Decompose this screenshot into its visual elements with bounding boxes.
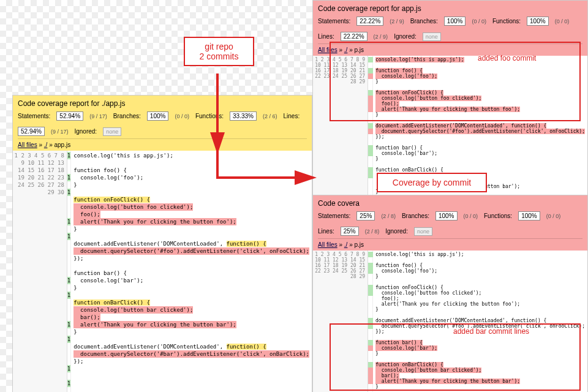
breadcrumb: All files » ./ » p.js xyxy=(318,43,582,53)
breadcrumb: All files » ./ » p.js xyxy=(318,238,582,248)
stats-row: Statements: 22.22% (2 / 9) Branches: 100… xyxy=(318,17,582,41)
report-title: Code coverage report for ./app.js xyxy=(18,99,307,108)
stat-lines-sub: (9 / 17) xyxy=(51,129,69,135)
coverage-header: Code coverage report for ./app.js Statem… xyxy=(13,96,312,151)
code-listing: 1 2 3 4 5 6 7 8 9 10 11 12 13 14 15 16 1… xyxy=(313,251,587,392)
stats-row: Statements: 52.94% (9 / 17) Branches: 10… xyxy=(18,111,307,136)
stat-ignored-label: Ignored: xyxy=(74,128,97,135)
coverage-header: Code coverage report for app.js Statemen… xyxy=(313,1,587,56)
stat-statements-val: 52.94% xyxy=(56,111,83,121)
stat-lines-val: 52.94% xyxy=(18,127,45,136)
code-listing: 1 2 3 4 5 6 7 8 9 10 11 12 13 14 15 16 1… xyxy=(13,151,312,392)
crumb-allfiles[interactable]: All files xyxy=(18,141,37,148)
stat-statements-sub: (9 / 17) xyxy=(89,113,107,119)
stats-row: Statements: 25% (2 / 8) Branches: 100% (… xyxy=(318,211,582,236)
crumb-allfiles[interactable]: All files xyxy=(318,47,337,53)
coverage-panel-main: Code coverage report for ./app.js Statem… xyxy=(12,95,312,392)
callout-git-repo: git repo 2 commits xyxy=(184,37,254,66)
report-title: Code covera xyxy=(318,199,582,208)
crumb-file: p.js xyxy=(355,241,364,248)
report-title: Code coverage report for app.js xyxy=(318,4,582,13)
stat-lines-label: Lines: xyxy=(284,113,300,119)
stat-branches-sub: (0 / 0) xyxy=(175,113,189,119)
crumb-file: app.js xyxy=(55,141,71,148)
crumb-allfiles[interactable]: All files xyxy=(318,241,337,248)
stat-functions-label: Functions: xyxy=(195,113,224,119)
code-listing: 1 2 3 4 5 6 7 8 9 10 11 12 13 14 15 16 1… xyxy=(313,56,587,218)
stat-ignored-val: none xyxy=(103,127,121,136)
stat-statements-label: Statements: xyxy=(18,113,50,119)
stat-functions-val: 33.33% xyxy=(230,111,257,121)
stat-branches-label: Branches: xyxy=(113,113,141,119)
stat-functions-sub: (2 / 6) xyxy=(263,113,277,119)
breadcrumb: All files » ./ » app.js xyxy=(18,138,307,148)
coverage-header: Code covera Statements: 25% (2 / 8) Bran… xyxy=(313,195,587,251)
stat-branches-val: 100% xyxy=(147,111,169,121)
coverage-panel-bar: Code covera Statements: 25% (2 / 8) Bran… xyxy=(312,195,588,392)
callout-coverage-by-commit: Coverage by commit xyxy=(377,173,487,192)
crumb-file: p.js xyxy=(355,47,364,53)
